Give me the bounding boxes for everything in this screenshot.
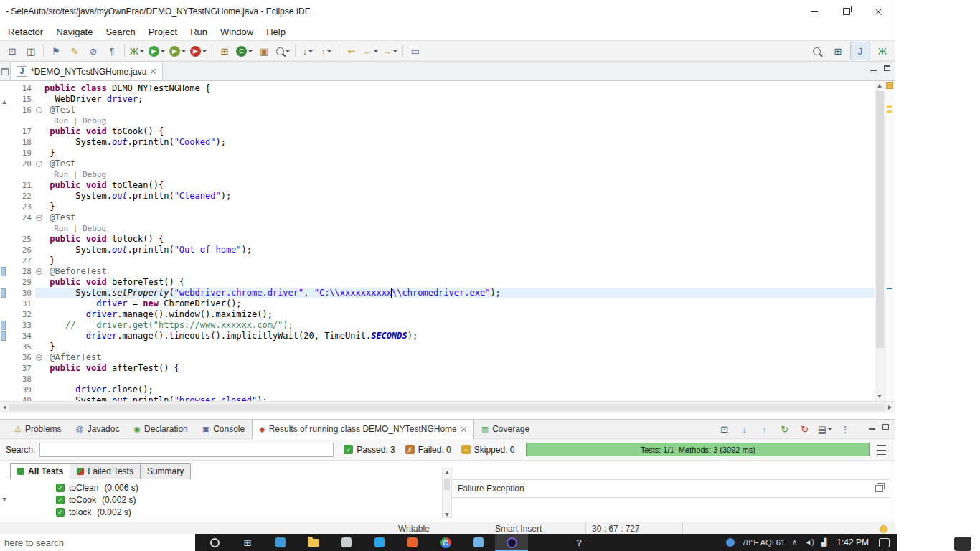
code-line-37[interactable]: 37 public void afterTest() { (0, 363, 875, 374)
minimize-view-icon[interactable] (870, 70, 877, 71)
pinned-app-3-icon[interactable] (363, 534, 396, 551)
test-run-history-icon[interactable]: ▤ (816, 420, 834, 438)
line-number[interactable]: 28 (7, 266, 35, 277)
next-annotation-icon[interactable]: ↓ (298, 42, 317, 60)
code-lens-line[interactable]: Run | Debug (0, 169, 875, 180)
line-number[interactable]: 33 (7, 320, 35, 331)
taskbar-corner-icon[interactable] (954, 537, 971, 551)
debug-icon[interactable]: Ж (128, 42, 146, 60)
line-number[interactable]: 23 (7, 202, 35, 212)
fold-ruler[interactable] (35, 288, 44, 298)
fold-ruler[interactable] (35, 320, 44, 331)
save-icon[interactable]: ◫ (22, 42, 40, 60)
back-icon[interactable]: ← (361, 42, 380, 60)
code-line-33[interactable]: 33 // driver.get("https://www.xxxxxx.com… (0, 320, 875, 331)
collapse-icon[interactable] (36, 215, 42, 221)
scroll-left-icon[interactable] (3, 405, 6, 410)
fold-ruler[interactable] (35, 202, 44, 212)
marker-ruler[interactable] (0, 255, 7, 266)
get-help-icon[interactable]: ? (562, 534, 595, 551)
fold-ruler[interactable] (35, 352, 44, 363)
pinned-app-1-icon[interactable] (264, 534, 297, 551)
code-line-20[interactable]: 20 @Test (0, 159, 875, 169)
overview-ruler[interactable] (885, 81, 895, 401)
menu-item-project[interactable]: Project (142, 24, 184, 39)
code-line-24[interactable]: 24 @Test (0, 212, 875, 223)
marker-ruler[interactable] (0, 234, 7, 245)
marker-ruler[interactable] (0, 148, 7, 159)
menu-item-help[interactable]: Help (260, 24, 292, 39)
scroll-up-icon[interactable] (877, 84, 882, 88)
collapse-icon[interactable] (36, 268, 42, 275)
eclipse-icon[interactable] (495, 534, 528, 551)
code-line-36[interactable]: 36 @AfterTest (0, 352, 875, 363)
line-number[interactable] (7, 169, 35, 180)
marker-ruler[interactable] (0, 202, 7, 212)
minimize-button[interactable] (798, 0, 830, 23)
marker-ruler[interactable] (0, 105, 7, 116)
line-number[interactable]: 21 (7, 180, 35, 191)
horizontal-scrollbar-thumb[interactable] (9, 404, 885, 411)
marker-ruler[interactable] (0, 137, 7, 148)
skip-breakpoints-icon[interactable]: ⊘ (84, 42, 103, 60)
line-number[interactable]: 27 (7, 255, 35, 266)
panel-tab-problems[interactable]: ⚠Problems (7, 420, 69, 439)
line-number[interactable]: 35 (7, 342, 35, 352)
subtab-summary[interactable]: Summary (141, 463, 191, 479)
fold-ruler[interactable] (35, 363, 44, 374)
taskbar-search-box[interactable]: here to search (0, 534, 195, 551)
code-line-23[interactable]: 23 } (0, 202, 875, 212)
line-number[interactable]: 25 (7, 234, 35, 245)
code-line-18[interactable]: 18 System.out.println("Cooked"); (0, 137, 875, 148)
panel-sash[interactable] (0, 413, 895, 419)
test-result-item[interactable]: ✓tolock(0.002 s) (10, 506, 440, 518)
marker-ruler[interactable] (0, 159, 7, 169)
line-number[interactable]: 37 (7, 363, 35, 374)
horizontal-scrollbar[interactable] (0, 401, 895, 413)
fold-ruler[interactable] (35, 298, 44, 309)
code-line-31[interactable]: 31 driver = new ChromeDriver(); (0, 298, 875, 309)
fold-ruler[interactable] (35, 105, 44, 116)
fold-ruler[interactable] (35, 137, 44, 148)
new-wizard-icon[interactable]: ⊡ (3, 42, 22, 60)
code-line-29[interactable]: 29 public void beforeTest() { (0, 277, 875, 288)
fold-ruler[interactable] (35, 212, 44, 223)
chrome-icon[interactable] (429, 534, 462, 551)
restore-panel-icon[interactable] (875, 485, 883, 492)
marker-ruler[interactable] (0, 342, 7, 352)
taskbar-clock[interactable]: 1:42 PM (837, 537, 869, 547)
weather-text[interactable]: 78°F AQI 61 (742, 538, 785, 547)
fold-ruler[interactable] (35, 245, 44, 255)
fold-ruler[interactable] (35, 94, 44, 105)
marker-ruler[interactable] (0, 385, 7, 395)
overview-annotation-mark[interactable] (887, 105, 892, 108)
restore-trim-icon[interactable] (1, 68, 9, 75)
code-line-27[interactable]: 27 } (0, 255, 875, 266)
line-number[interactable]: 15 (7, 94, 35, 105)
marker-ruler[interactable] (0, 266, 7, 277)
line-number[interactable]: 30 (7, 288, 35, 298)
editor-lines[interactable]: 14public class DEMO_NYTestNGHome {15 Web… (0, 81, 875, 401)
marker-ruler[interactable] (0, 277, 7, 288)
cortana-icon[interactable] (198, 534, 231, 551)
minimize-view-icon[interactable] (869, 428, 875, 430)
collapse-icon[interactable] (36, 354, 42, 361)
fold-ruler[interactable] (35, 191, 44, 202)
code-line-30[interactable]: 30 System.setProperty("webdriver.chrome.… (0, 288, 875, 298)
marker-ruler[interactable] (0, 395, 7, 401)
debug-flag-icon[interactable]: ⚑ (47, 42, 65, 60)
rerun-failed-tests-icon[interactable]: ↻ (796, 420, 814, 438)
line-number[interactable]: 36 (7, 352, 35, 363)
marker-ruler[interactable] (0, 116, 7, 126)
code-line-22[interactable]: 22 System.out.println("Cleaned"); (0, 191, 875, 202)
maximize-view-icon[interactable] (882, 424, 889, 430)
marker-ruler[interactable] (0, 126, 7, 137)
menu-item-navigate[interactable]: Navigate (50, 24, 99, 39)
line-number[interactable] (7, 223, 35, 234)
marker-ruler[interactable] (0, 180, 7, 191)
marker-ruler[interactable] (0, 331, 7, 342)
code-line-21[interactable]: 21 public void toClean(){ (0, 180, 875, 191)
marker-ruler[interactable] (0, 288, 7, 298)
code-line-26[interactable]: 26 System.out.println("Out of home"); (0, 245, 875, 255)
quick-search-icon[interactable] (807, 42, 826, 60)
